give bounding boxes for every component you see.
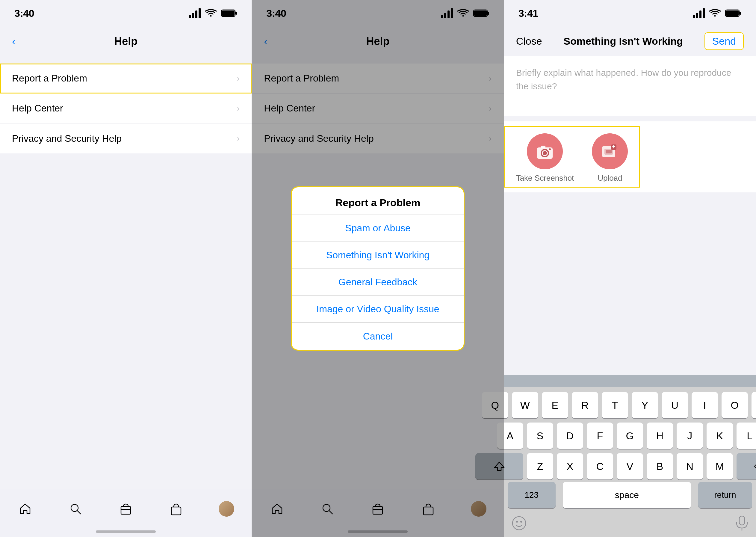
menu-item-help-1[interactable]: Help Center › [0, 94, 251, 123]
key-delete[interactable] [737, 453, 756, 479]
report-nav-title: Something Isn't Working [563, 35, 683, 47]
key-d[interactable]: D [557, 423, 583, 449]
modal-option-cancel[interactable]: Cancel [292, 323, 464, 350]
key-o[interactable]: O [722, 392, 748, 418]
modal-option-working[interactable]: Something Isn't Working [292, 242, 464, 269]
menu-item-report-1[interactable]: Report a Problem › [0, 63, 251, 94]
key-space[interactable]: space [563, 482, 691, 508]
key-l[interactable]: L [737, 423, 756, 449]
key-m[interactable]: M [706, 453, 733, 479]
keyboard-bottom-row: 123 space return [504, 482, 756, 513]
signal-bars-3 [693, 8, 705, 18]
key-t[interactable]: T [602, 392, 628, 418]
svg-point-23 [549, 148, 551, 150]
key-i[interactable]: I [692, 392, 718, 418]
signal-bar-4 [199, 8, 201, 18]
signal-bar-3-4 [703, 8, 705, 18]
signal-bar-3-2 [696, 13, 698, 18]
camera-icon [536, 143, 554, 160]
upload-option[interactable]: Upload [592, 133, 628, 183]
key-n[interactable]: N [677, 453, 703, 479]
svg-rect-17 [739, 12, 741, 15]
menu-item-privacy-1[interactable]: Privacy and Security Help › [0, 123, 251, 153]
battery-icon-3 [725, 9, 741, 18]
key-p[interactable]: P [751, 392, 756, 418]
key-z[interactable]: Z [527, 453, 553, 479]
key-c[interactable]: C [587, 453, 613, 479]
modal-option-text-quality: Image or Video Quality Issue [316, 304, 439, 315]
emoji-button[interactable] [511, 516, 527, 531]
key-b[interactable]: B [647, 453, 673, 479]
modal-option-feedback[interactable]: General Feedback [292, 269, 464, 296]
key-j[interactable]: J [677, 423, 703, 449]
signal-bars-1 [189, 8, 201, 18]
signal-bar-1 [189, 15, 191, 18]
menu-list-1: Report a Problem › Help Center › Privacy… [0, 63, 251, 153]
send-button[interactable]: Send [704, 32, 744, 50]
key-s[interactable]: S [527, 423, 553, 449]
key-y[interactable]: Y [632, 392, 658, 418]
key-e[interactable]: E [542, 392, 568, 418]
take-screenshot-circle [527, 133, 563, 169]
take-screenshot-option[interactable]: Take Screenshot [516, 133, 574, 183]
report-nav: Close Something Isn't Working Send [504, 26, 756, 56]
wifi-icon-3 [709, 9, 721, 18]
svg-rect-1 [236, 12, 237, 15]
key-v[interactable]: V [617, 453, 643, 479]
key-g[interactable]: G [617, 423, 643, 449]
key-u[interactable]: U [662, 392, 688, 418]
key-row-1: Q W E R T Y U I O P [508, 392, 752, 418]
emoji-mic-row [504, 513, 756, 537]
tab-store-1[interactable] [118, 501, 133, 516]
screenshot-highlight-box: Take Screenshot Upload [504, 126, 640, 187]
upload-label: Upload [597, 174, 622, 183]
tab-bag-1[interactable] [168, 501, 184, 516]
store-icon-1 [118, 501, 133, 516]
panel-1: 3:40 ‹ Help Repo [0, 0, 252, 537]
svg-rect-7 [171, 507, 181, 515]
tab-profile-1[interactable] [219, 501, 234, 516]
report-textarea-area[interactable]: Briefly explain what happened. How do yo… [504, 56, 756, 116]
mic-button[interactable] [735, 516, 748, 531]
report-problem-modal: Report a Problem Spam or Abuse Something… [291, 186, 465, 351]
svg-rect-5 [121, 507, 131, 514]
svg-point-31 [516, 521, 518, 522]
status-time-3: 3:41 [518, 8, 538, 19]
modal-option-text-cancel: Cancel [363, 331, 393, 342]
panel-2: 3:40 ‹ Help Repo [252, 0, 504, 537]
tab-search-1[interactable] [68, 501, 83, 516]
key-w[interactable]: W [512, 392, 538, 418]
battery-icon-1 [221, 9, 237, 18]
key-123[interactable]: 123 [508, 482, 556, 508]
key-r[interactable]: R [572, 392, 598, 418]
home-indicator-1 [96, 530, 156, 533]
screenshot-section-wrapper: Take Screenshot Upload [504, 121, 756, 192]
modal-option-text-working: Something Isn't Working [326, 250, 430, 261]
svg-line-4 [77, 511, 81, 514]
modal-option-spam[interactable]: Spam or Abuse [292, 215, 464, 242]
menu-item-text-1: Report a Problem [12, 73, 87, 84]
close-button[interactable]: Close [516, 35, 542, 47]
keyboard: Q W E R T Y U I O P A S D F G H J K [504, 375, 756, 537]
svg-point-32 [520, 521, 522, 522]
svg-rect-33 [739, 516, 745, 525]
key-h[interactable]: H [647, 423, 673, 449]
back-button-1[interactable]: ‹ [12, 35, 15, 47]
tab-home-1[interactable] [18, 501, 33, 516]
wifi-icon-1 [205, 9, 217, 18]
modal-overlay: Report a Problem Spam or Abuse Something… [252, 0, 504, 537]
screenshot-options: Take Screenshot Upload [504, 126, 640, 187]
menu-item-text-2: Help Center [12, 103, 63, 114]
key-x[interactable]: X [557, 453, 583, 479]
svg-point-30 [512, 516, 526, 530]
key-return[interactable]: return [698, 482, 752, 508]
key-row-3: Z X C V B N M [508, 453, 752, 479]
modal-option-quality[interactable]: Image or Video Quality Issue [292, 296, 464, 323]
nav-title-1: Help [114, 35, 137, 48]
signal-bar-2 [192, 13, 194, 18]
status-icons-3 [693, 8, 741, 18]
keyboard-rows: Q W E R T Y U I O P A S D F G H J K [504, 387, 756, 482]
modal-title: Report a Problem [335, 197, 420, 208]
key-k[interactable]: K [706, 423, 733, 449]
key-f[interactable]: F [587, 423, 613, 449]
